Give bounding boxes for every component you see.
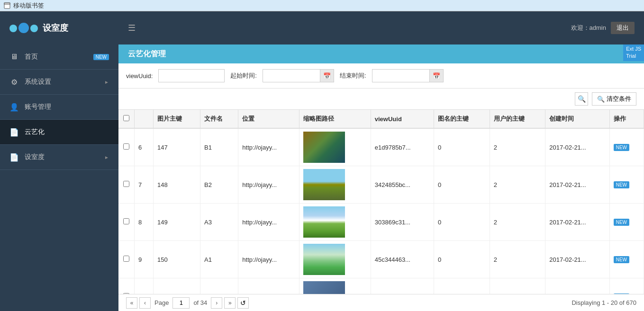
prev-page-button[interactable]: ‹ bbox=[139, 297, 151, 309]
row-action-3[interactable]: NEW bbox=[609, 241, 644, 278]
data-table: 图片主键 文件名 位置 缩略图路径 viewUuid 图名的主键 用户的主键 创… bbox=[118, 110, 644, 294]
welcome-text: 欢迎：admin bbox=[571, 24, 606, 32]
row-thumb-4 bbox=[299, 278, 371, 294]
content-title: 云艺化管理 bbox=[128, 49, 166, 59]
browser-title: 移动版书签 bbox=[13, 1, 44, 10]
row-checkbox-3[interactable] bbox=[123, 256, 129, 262]
th-filename: 文件名 bbox=[200, 110, 238, 128]
header-right: 欢迎：admin 退出 bbox=[571, 22, 635, 34]
th-action: 操作 bbox=[609, 110, 644, 128]
th-img-key: 图片主键 bbox=[154, 110, 200, 128]
sidebar-item-account[interactable]: 👤 账号管理 bbox=[0, 95, 118, 120]
row-action-1[interactable]: NEW bbox=[609, 166, 644, 204]
svg-rect-1 bbox=[4, 3, 10, 4]
row-created-1: 2017-02-21... bbox=[545, 166, 609, 204]
start-time-input[interactable] bbox=[263, 71, 320, 81]
content-area: 云艺化管理 Ext JS Trial viewUuid: 起始时间: 📅 结束时… bbox=[118, 44, 644, 311]
logo-text: 设室度 bbox=[43, 22, 68, 34]
row-created-2: 2017-02-21... bbox=[545, 204, 609, 241]
sidebar: 🖥 首页 NEW ⚙ 系统设置 ► 👤 账号管理 📄 云艺化 📄 设室度 ► bbox=[0, 44, 118, 311]
row-created-4: 2017-02-21... bbox=[545, 278, 609, 294]
row-filename-3: A1 bbox=[200, 241, 238, 278]
extjs-badge: Ext JS Trial bbox=[623, 44, 644, 61]
row-imgkey-3: 0 bbox=[434, 241, 490, 278]
row-index-2: 8 bbox=[135, 204, 154, 241]
filters-bar: viewUuid: 起始时间: 📅 结束时间: 📅 bbox=[118, 63, 644, 89]
row-location-1: http://ojayy... bbox=[238, 166, 299, 204]
logo-area: 设室度 bbox=[9, 22, 68, 34]
last-page-button[interactable]: » bbox=[224, 297, 236, 309]
sidebar-item-room[interactable]: 📄 设室度 ► bbox=[0, 145, 118, 170]
sidebar-item-cloud[interactable]: 📄 云艺化 bbox=[0, 120, 118, 145]
row-created-0: 2017-02-21... bbox=[545, 128, 609, 166]
row-location-3: http://ojayy... bbox=[238, 241, 299, 278]
data-table-wrap: 图片主键 文件名 位置 缩略图路径 viewUuid 图名的主键 用户的主键 创… bbox=[118, 110, 644, 294]
next-page-button[interactable]: › bbox=[211, 297, 222, 309]
row-checkbox-2[interactable] bbox=[123, 218, 129, 224]
clear-icon: 🔍 bbox=[597, 96, 605, 103]
row-userkey-4: 2 bbox=[490, 278, 545, 294]
row-key-4: 151 bbox=[154, 278, 200, 294]
page-number-input[interactable] bbox=[172, 297, 190, 309]
row-checkbox-cell[interactable] bbox=[118, 166, 135, 204]
row-checkbox-0[interactable] bbox=[123, 143, 129, 150]
refresh-button[interactable]: ↺ bbox=[237, 297, 249, 309]
sidebar-item-home[interactable]: 🖥 首页 NEW bbox=[0, 44, 118, 70]
end-time-label: 结束时间: bbox=[340, 71, 366, 80]
row-action-2[interactable]: NEW bbox=[609, 204, 644, 241]
row-action-0[interactable]: NEW bbox=[609, 128, 644, 166]
row-index-4: 10 bbox=[135, 278, 154, 294]
row-checkbox-cell[interactable] bbox=[118, 128, 135, 166]
clear-label: 清空条件 bbox=[607, 95, 631, 103]
row-key-1: 148 bbox=[154, 166, 200, 204]
row-checkbox-cell[interactable] bbox=[118, 204, 135, 241]
row-checkbox-cell[interactable] bbox=[118, 278, 135, 294]
row-new-badge-1: NEW bbox=[614, 181, 629, 188]
row-created-3: 2017-02-21... bbox=[545, 241, 609, 278]
row-userkey-2: 2 bbox=[490, 204, 545, 241]
row-imgkey-2: 0 bbox=[434, 204, 490, 241]
row-new-badge-0: NEW bbox=[614, 144, 629, 151]
toolbar: 🔍 🔍 清空条件 bbox=[118, 89, 644, 110]
system-icon: ⚙ bbox=[9, 77, 19, 87]
row-checkbox-cell[interactable] bbox=[118, 241, 135, 278]
page-total: of 34 bbox=[193, 299, 207, 306]
clear-conditions-button[interactable]: 🔍 清空条件 bbox=[592, 92, 636, 106]
room-arrow: ► bbox=[104, 155, 109, 160]
pagination-bar: « ‹ Page of 34 › » ↺ Displaying 1 - 20 o… bbox=[118, 294, 644, 311]
end-time-calendar-button[interactable]: 📅 bbox=[429, 70, 443, 82]
table-header-row: 图片主键 文件名 位置 缩略图路径 viewUuid 图名的主键 用户的主键 创… bbox=[118, 110, 644, 128]
viewuuid-input[interactable] bbox=[158, 69, 225, 82]
row-key-0: 147 bbox=[154, 128, 200, 166]
row-userkey-3: 2 bbox=[490, 241, 545, 278]
sidebar-item-system[interactable]: ⚙ 系统设置 ► bbox=[0, 70, 118, 95]
sidebar-cloud-label: 云艺化 bbox=[25, 128, 109, 136]
row-filename-1: B2 bbox=[200, 166, 238, 204]
hamburger-button[interactable]: ☰ bbox=[128, 23, 136, 33]
row-index-3: 9 bbox=[135, 241, 154, 278]
th-num bbox=[135, 110, 154, 128]
th-created-time: 创建时间 bbox=[545, 110, 609, 128]
start-time-calendar-button[interactable]: 📅 bbox=[320, 70, 334, 82]
start-time-label: 起始时间: bbox=[230, 71, 257, 80]
logout-button[interactable]: 退出 bbox=[611, 22, 635, 34]
start-time-wrap: 📅 bbox=[263, 69, 334, 82]
browser-bar: 移动版书签 bbox=[0, 0, 644, 11]
row-checkbox-4[interactable] bbox=[123, 293, 129, 294]
th-select-all[interactable] bbox=[118, 110, 135, 128]
room-icon: 📄 bbox=[9, 152, 19, 162]
row-index-0: 6 bbox=[135, 128, 154, 166]
sidebar-home-label: 首页 bbox=[25, 53, 91, 61]
th-viewuuid: viewUuid bbox=[371, 110, 434, 128]
first-page-button[interactable]: « bbox=[126, 297, 137, 309]
select-all-checkbox[interactable] bbox=[123, 115, 129, 121]
row-checkbox-1[interactable] bbox=[123, 181, 129, 187]
row-thumb-1 bbox=[299, 166, 371, 204]
logo-circle-3 bbox=[30, 25, 38, 32]
row-action-4[interactable]: NEW bbox=[609, 278, 644, 294]
sidebar-account-label: 账号管理 bbox=[25, 103, 109, 111]
end-time-input[interactable] bbox=[372, 71, 429, 81]
row-thumb-3 bbox=[299, 241, 371, 278]
search-button[interactable]: 🔍 bbox=[575, 92, 588, 106]
row-imgkey-1: 0 bbox=[434, 166, 490, 204]
